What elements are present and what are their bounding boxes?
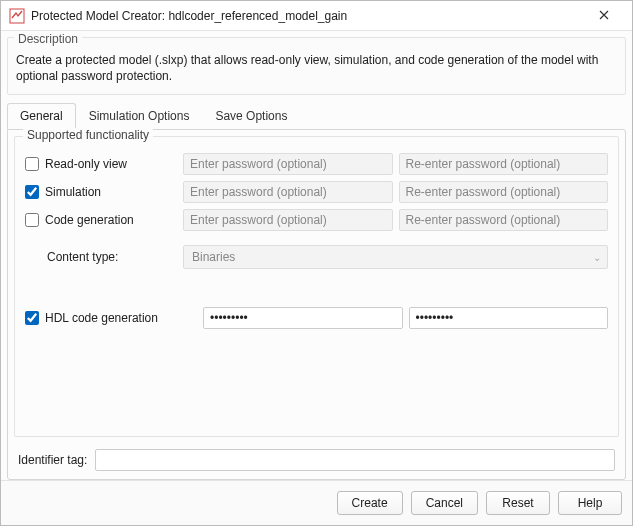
row-identifier-tag: Identifier tag:: [18, 449, 615, 471]
button-bar: Create Cancel Reset Help: [1, 480, 632, 525]
close-button[interactable]: [584, 8, 624, 23]
app-icon: [9, 8, 25, 24]
help-button[interactable]: Help: [558, 491, 622, 515]
read-only-view-password[interactable]: [183, 153, 393, 175]
tab-general[interactable]: General: [7, 103, 76, 129]
read-only-view-label: Read-only view: [45, 157, 127, 171]
hdl-code-generation-password-confirm[interactable]: [409, 307, 609, 329]
identifier-tag-label: Identifier tag:: [18, 453, 87, 467]
create-button[interactable]: Create: [337, 491, 403, 515]
row-content-type: Content type: Binaries ⌄: [25, 245, 608, 269]
hdl-code-generation-label: HDL code generation: [45, 311, 158, 325]
chevron-down-icon: ⌄: [593, 252, 601, 263]
simulation-checkbox[interactable]: [25, 185, 39, 199]
cancel-button[interactable]: Cancel: [411, 491, 478, 515]
simulation-password[interactable]: [183, 181, 393, 203]
description-legend: Description: [14, 32, 82, 46]
dialog-window: Protected Model Creator: hdlcoder_refere…: [0, 0, 633, 526]
hdl-code-generation-checkbox[interactable]: [25, 311, 39, 325]
identifier-tag-input[interactable]: [95, 449, 615, 471]
content-type-label: Content type:: [47, 250, 118, 264]
window-title: Protected Model Creator: hdlcoder_refere…: [31, 9, 584, 23]
reset-button[interactable]: Reset: [486, 491, 550, 515]
supported-functionality-legend: Supported functionality: [23, 128, 153, 142]
read-only-view-checkbox[interactable]: [25, 157, 39, 171]
code-generation-password-confirm[interactable]: [399, 209, 609, 231]
simulation-label: Simulation: [45, 185, 101, 199]
read-only-view-password-confirm[interactable]: [399, 153, 609, 175]
description-group: Description Create a protected model (.s…: [7, 37, 626, 95]
simulation-password-confirm[interactable]: [399, 181, 609, 203]
row-code-generation: Code generation: [25, 209, 608, 231]
titlebar: Protected Model Creator: hdlcoder_refere…: [1, 1, 632, 31]
close-icon: [599, 10, 609, 20]
content-type-value: Binaries: [192, 250, 235, 264]
code-generation-password[interactable]: [183, 209, 393, 231]
code-generation-label: Code generation: [45, 213, 134, 227]
tab-simulation-options[interactable]: Simulation Options: [76, 103, 203, 129]
content-type-select[interactable]: Binaries ⌄: [183, 245, 608, 269]
code-generation-checkbox[interactable]: [25, 213, 39, 227]
tab-save-options[interactable]: Save Options: [202, 103, 300, 129]
description-text: Create a protected model (.slxp) that al…: [16, 52, 617, 84]
hdl-code-generation-password[interactable]: [203, 307, 403, 329]
row-hdl-code-generation: HDL code generation: [25, 307, 608, 329]
supported-functionality-fieldset: Supported functionality Read-only view S…: [14, 136, 619, 437]
tab-strip: General Simulation Options Save Options: [7, 103, 626, 129]
row-read-only-view: Read-only view: [25, 153, 608, 175]
tab-body: Supported functionality Read-only view S…: [7, 129, 626, 480]
row-simulation: Simulation: [25, 181, 608, 203]
